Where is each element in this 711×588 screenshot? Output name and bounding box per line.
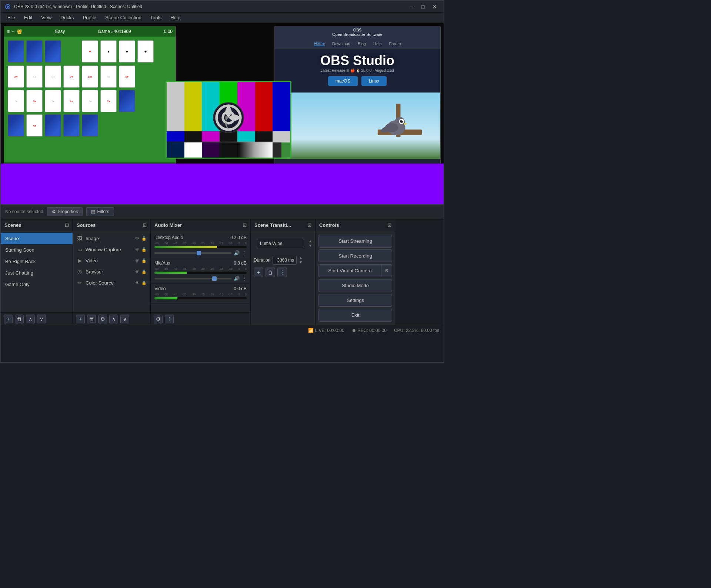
close-button[interactable]: ✕ [430,1,440,12]
source-eye-icon-2[interactable]: 👁 [135,247,139,252]
obs-website-panel: OBSOpen Broadcaster Software Home Downlo… [274,26,441,174]
sources-settings-button[interactable]: ⚙ [98,315,107,323]
audio-track-mic: Mic/Aux 0.0 dB -60-50-40-35-30-25-20-15-… [151,258,250,284]
menu-scene-collection[interactable]: Scene Collection [101,14,145,21]
color-bars [166,81,291,159]
audio-panel-icon[interactable]: ⊡ [243,222,247,228]
scene-item-just-chatting[interactable]: Just Chatting [1,267,73,279]
audio-more-button[interactable]: ⋮ [165,315,174,323]
card-back-1 [8,40,24,63]
transitions-panel-icon[interactable]: ⊡ [307,222,311,228]
mic-aux-mute[interactable]: 🔊 [234,276,240,281]
scenes-down-button[interactable]: ∨ [37,315,46,323]
sources-add-button[interactable]: + [76,315,85,323]
exit-button[interactable]: Exit [318,309,392,322]
source-item-browser[interactable]: ◎ Browser 👁 🔒 [73,266,150,277]
studio-mode-button[interactable]: Studio Mode [318,279,392,292]
duration-input[interactable] [273,256,297,265]
source-lock-icon-5[interactable]: 🔒 [141,280,147,285]
sources-delete-button[interactable]: 🗑 [87,315,96,323]
start-streaming-button[interactable]: Start Streaming [318,235,392,248]
scenes-panel-title: Scenes [4,222,21,228]
t3-card-4 [63,114,80,137]
sources-up-button[interactable]: ∧ [109,315,118,323]
sources-panel-icon[interactable]: ⊡ [143,222,147,228]
desktop-audio-more[interactable]: ⋮ [242,250,247,256]
mic-aux-more[interactable]: ⋮ [242,276,247,281]
source-item-window-capture[interactable]: ▭ Window Capture 👁 🔒 [73,244,150,255]
card-club: ♣ [119,40,135,63]
source-eye-icon-3[interactable]: 👁 [135,258,139,263]
properties-button[interactable]: ⚙ Properties [47,207,83,216]
desktop-audio-fader[interactable] [154,252,231,254]
mic-aux-thumb[interactable] [212,276,217,281]
transition-type-select[interactable]: Luma Wipe Cut Fade Swipe Slide [257,239,304,248]
menu-tools[interactable]: Tools [147,14,165,21]
transition-up-arrow[interactable]: ▲ [308,239,312,243]
menu-file[interactable]: File [4,14,19,21]
scene-item-scene[interactable]: Scene [1,233,73,244]
filters-button[interactable]: ▤ Filters [86,207,114,216]
obs-download-buttons: macOS Linux [278,76,437,86]
start-virtual-camera-button[interactable]: Start Virtual Camera [318,264,381,277]
t2-card-3: 5♠ [45,90,61,112]
menu-profile[interactable]: Profile [79,14,100,21]
scene-item-game-only[interactable]: Game Only [1,279,73,290]
virtual-camera-gear-button[interactable]: ⚙ [381,264,392,277]
obs-nav-help: Help [373,41,382,46]
start-recording-button[interactable]: Start Recording [318,249,392,262]
source-item-color-source[interactable]: ✏ Color Source 👁 🔒 [73,277,150,288]
card-back-2 [26,40,43,63]
sources-list: 🖼 Image 👁 🔒 ▭ Window Capture 👁 🔒 ▶ Video [73,231,150,312]
menu-edit[interactable]: Edit [20,14,36,21]
sources-down-button[interactable]: ∨ [120,315,129,323]
source-lock-icon-4[interactable]: 🔒 [141,269,147,274]
transition-more-button[interactable]: ⋮ [277,268,287,277]
source-lock-icon-2[interactable]: 🔒 [141,247,147,252]
audio-panel-header: Audio Mixer ⊡ [151,219,250,231]
obs-linux-button[interactable]: Linux [361,76,387,86]
maximize-button[interactable]: □ [418,1,428,12]
t-card-2: K♠ [26,65,43,88]
title-bar-text: OBS 28.0.0 (64-bit, windows) - Profile: … [14,4,142,9]
obs-macos-button[interactable]: macOS [328,76,358,86]
transition-delete-button[interactable]: 🗑 [266,268,275,277]
scenes-up-button[interactable]: ∧ [26,315,35,323]
scene-item-be-right-back[interactable]: Be Right Back [1,256,73,267]
transition-spin-arrows: ▲ ▼ [308,239,312,248]
minimize-button[interactable]: ─ [406,1,416,12]
controls-panel-icon[interactable]: ⊡ [387,222,391,228]
scenes-delete-button[interactable]: 🗑 [15,315,24,323]
source-eye-icon-4[interactable]: 👁 [135,269,139,274]
transition-add-button[interactable]: + [254,268,263,277]
scenes-add-button[interactable]: + [4,315,13,323]
source-lock-icon-3[interactable]: 🔒 [141,258,147,263]
transition-down-arrow[interactable]: ▼ [308,243,312,248]
source-lock-icon[interactable]: 🔒 [141,236,147,241]
menu-view[interactable]: View [37,14,55,21]
desktop-audio-mute[interactable]: 🔊 [234,250,240,256]
source-item-image[interactable]: 🖼 Image 👁 🔒 [73,233,150,244]
mic-aux-name: Mic/Aux [154,261,170,266]
desktop-audio-thumb[interactable] [197,251,201,255]
svg-rect-3 [274,93,440,159]
audio-settings-button[interactable]: ⚙ [154,315,163,323]
desktop-audio-meter [154,246,247,248]
obs-bird-scene [274,93,440,159]
settings-button[interactable]: Settings [318,294,392,307]
source-item-video[interactable]: ▶ Video 👁 🔒 [73,255,150,266]
card-back-3 [45,40,61,63]
bar-white [167,82,184,131]
source-eye-icon-5[interactable]: 👁 [135,280,139,285]
duration-up-arrow[interactable]: ▲ [299,256,303,260]
scene-item-starting-soon[interactable]: Starting Soon [1,244,73,256]
scenes-panel-icon[interactable]: ⊡ [65,222,69,228]
source-eye-icon[interactable]: 👁 [135,236,139,241]
duration-down-arrow[interactable]: ▼ [299,260,303,265]
menu-docks[interactable]: Docks [57,14,77,21]
menu-help[interactable]: Help [167,14,184,21]
mic-aux-fader[interactable] [154,278,231,279]
source-controls-window: 👁 🔒 [135,247,147,252]
obs-bird-area [274,93,440,159]
title-bar: OBS 28.0.0 (64-bit, windows) - Profile: … [1,1,444,13]
